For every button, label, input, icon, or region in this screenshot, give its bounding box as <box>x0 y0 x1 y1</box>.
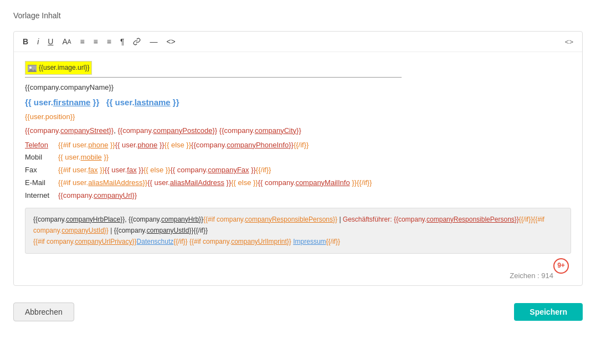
cancel-button[interactable]: Abbrechen <box>13 303 74 321</box>
address-line: {{company.companyStreet}}, {{company.com… <box>25 125 571 137</box>
fontsize-button[interactable]: AA <box>60 36 73 47</box>
paragraph-button[interactable]: ¶ <box>118 36 127 47</box>
email-label: E-Mail <box>25 177 58 189</box>
italic-button[interactable]: i <box>35 36 41 47</box>
contact-table: Telefon {{#if user.phone }}{{ user.phone… <box>25 139 372 202</box>
footer-line2: {{#if company.companyUrlPrivacy}}Datensc… <box>33 236 563 247</box>
user-lastname-var: {{ user.lastname }} <box>106 98 179 107</box>
bottom-bar: Abbrechen Speichern <box>13 297 583 321</box>
mobil-value: {{ user.mobile }} <box>58 151 372 164</box>
char-count: Zeichen : 914 <box>14 267 582 285</box>
source-button[interactable]: <> <box>563 37 576 47</box>
user-name-var: {{ user.firstname }} {{ user.lastname }} <box>25 98 179 107</box>
telefon-label: Telefon <box>25 139 58 152</box>
bold-button[interactable]: B <box>20 36 30 47</box>
internet-label: Internet <box>25 189 58 202</box>
internet-row: Internet {{company.companyUrl}} <box>25 189 372 202</box>
underline-bar <box>25 77 402 78</box>
underline-button[interactable]: U <box>45 36 55 47</box>
image-line: {{user.image.url}} <box>25 61 571 78</box>
user-position-line: {{user.position}} <box>25 111 571 123</box>
editor-content[interactable]: {{user.image.url}} {{company.companyName… <box>14 52 582 267</box>
mobil-row: Mobil {{ user.mobile }} <box>25 151 372 164</box>
fax-label: Fax <box>25 164 58 177</box>
fax-row: Fax {{#if user.fax }}{{ user.fax }}{{ el… <box>25 164 372 177</box>
dash-button[interactable]: — <box>147 36 160 47</box>
telefon-row: Telefon {{#if user.phone }}{{ user.phone… <box>25 139 372 152</box>
mobil-label: Mobil <box>25 151 58 164</box>
save-button[interactable]: Speichern <box>514 303 583 321</box>
footer-line1: {{company.companyHrbPlace}}, {{company.c… <box>33 214 563 237</box>
user-name-line: {{ user.firstname }} {{ user.lastname }} <box>25 96 571 109</box>
internet-value: {{company.companyUrl}} <box>58 189 372 202</box>
badge: 9+ <box>553 258 569 274</box>
user-position-var: {{user.position}} <box>25 112 75 121</box>
svg-point-1 <box>29 66 32 69</box>
align-center-button[interactable]: ≡ <box>91 36 100 47</box>
email-value: {{#if user.aliasMailAddress}}{{ user.ali… <box>58 177 372 189</box>
company-name-var: {{company.companyName}} <box>25 83 114 91</box>
fax-value: {{#if user.fax }}{{ user.fax }}{{ else }… <box>58 164 372 177</box>
email-row: E-Mail {{#if user.aliasMailAddress}}{{ u… <box>25 177 372 189</box>
footer-box: {{company.companyHrbPlace}}, {{company.c… <box>25 208 571 254</box>
telefon-value: {{#if user.phone }}{{ user.phone }}{{ el… <box>58 139 372 152</box>
link-button[interactable] <box>131 37 143 47</box>
user-firstname-var: {{ user.firstname }} <box>25 98 99 107</box>
list-button[interactable]: ≡ <box>105 36 114 47</box>
code-button[interactable]: <> <box>164 36 177 47</box>
align-left-button[interactable]: ≡ <box>78 36 86 47</box>
image-placeholder: {{user.image.url}} <box>25 61 92 75</box>
editor-container: B i U AA ≡ ≡ ≡ ¶ — <> <> <box>13 31 583 286</box>
image-icon <box>28 65 37 71</box>
address-var: {{company.companyStreet}}, {{company.com… <box>25 126 301 135</box>
image-template-var: {{user.image.url}} <box>39 63 89 73</box>
company-name-line: {{company.companyName}} <box>25 82 571 94</box>
toolbar: B i U AA ≡ ≡ ≡ ¶ — <> <> <box>14 32 582 52</box>
page-wrapper: Vorlage Inhalt B i U AA ≡ ≡ ≡ ¶ — <> <> <box>0 0 596 364</box>
page-title: Vorlage Inhalt <box>13 11 583 20</box>
